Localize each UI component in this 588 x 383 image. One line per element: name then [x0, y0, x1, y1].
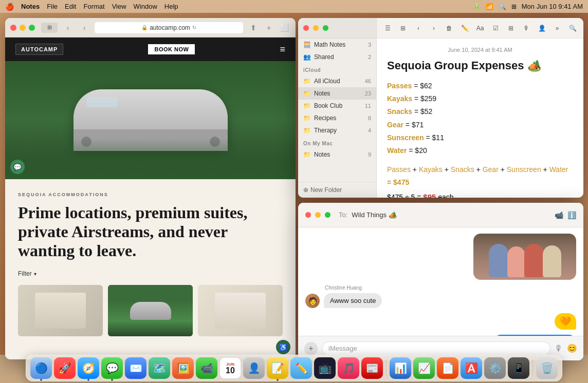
- menubar-file[interactable]: File: [47, 3, 58, 10]
- notes-audio-button[interactable]: 🎙: [520, 23, 533, 34]
- messages-minimize-button[interactable]: [315, 212, 321, 218]
- menubar-edit[interactable]: Edit: [65, 3, 76, 10]
- dock-safari[interactable]: 🧭: [78, 357, 99, 379]
- search-icon[interactable]: 🔍: [499, 3, 506, 10]
- notes-search-button[interactable]: 🔍: [566, 23, 579, 34]
- messages-window: To: Wild Things 🏕️ 📹 ℹ️: [298, 203, 583, 360]
- notes-title: Sequoia Group Expenses 🏕️: [387, 59, 573, 72]
- address-bar[interactable]: 🔒 autocamp.com ↻: [95, 22, 243, 33]
- apple-menu[interactable]: 🍎: [5, 3, 14, 11]
- notes-table-button[interactable]: ⊞: [504, 23, 518, 34]
- sent-emoji-bubble: 🧡: [555, 313, 576, 330]
- notes-folder-count: 23: [365, 90, 371, 97]
- dock-messages[interactable]: 💬: [101, 357, 123, 379]
- sent-emoji-message: 🧡: [305, 313, 576, 330]
- dock-tv[interactable]: 📺: [314, 357, 336, 379]
- thumbnail-3[interactable]: [198, 285, 283, 336]
- messages-close-button[interactable]: [305, 212, 311, 218]
- menubar-help[interactable]: Help: [164, 3, 178, 10]
- notes-delete-button[interactable]: 🗑: [443, 23, 456, 34]
- messages-facetime-button[interactable]: 📹: [555, 211, 563, 219]
- recipes-folder[interactable]: 📁 Recipes 8: [298, 112, 376, 124]
- notes-forward-button[interactable]: ›: [427, 23, 440, 34]
- dock-mail[interactable]: ✉️: [125, 357, 146, 379]
- menubar-app-name[interactable]: Notes: [21, 3, 40, 10]
- notes-grid-view-button[interactable]: ⊞: [396, 23, 410, 34]
- notes-text-format-button[interactable]: Aa: [473, 23, 487, 34]
- layout-button[interactable]: ⊞: [41, 23, 58, 33]
- passes-amount: $62: [420, 82, 432, 90]
- dock-calendar[interactable]: JUN 10: [219, 357, 241, 379]
- notes-math-notes[interactable]: 🧮 Math Notes 3: [298, 39, 376, 51]
- notes-maximize-button[interactable]: [323, 25, 328, 31]
- on-my-mac-notes[interactable]: 📁 Notes 9: [298, 148, 376, 161]
- notes-back-button[interactable]: ‹: [412, 23, 425, 34]
- menubar-window[interactable]: Window: [134, 3, 157, 10]
- messages-info-button[interactable]: ℹ️: [567, 211, 576, 219]
- thumbnail-2[interactable]: [108, 285, 193, 336]
- recipes-icon: 📁: [303, 114, 311, 122]
- audio-input-icon[interactable]: 🎙: [555, 344, 563, 353]
- new-folder-button[interactable]: ⊕ New Folder: [298, 182, 376, 198]
- dock-launchpad[interactable]: 🚀: [54, 357, 76, 379]
- notes-body: Passes = $62 Kayaks = $259 Snacks = $52 …: [387, 80, 573, 157]
- dock-system-preferences[interactable]: ⚙️: [484, 357, 506, 379]
- notes-checklist-button[interactable]: ☑: [489, 23, 502, 34]
- dock-trash[interactable]: 🗑️: [536, 357, 558, 379]
- maximize-button[interactable]: [29, 25, 35, 31]
- notes-account-button[interactable]: 👤: [535, 23, 548, 34]
- dock-news[interactable]: 📰: [361, 357, 383, 379]
- imessage-input[interactable]: iMessage: [322, 341, 550, 356]
- thumbnail-1[interactable]: [18, 285, 103, 336]
- notes-compose-button[interactable]: ✏️: [458, 23, 471, 34]
- dock-numbers[interactable]: 📈: [413, 357, 435, 379]
- close-button[interactable]: [10, 25, 16, 31]
- traffic-lights: [10, 25, 35, 31]
- notes-all-icloud[interactable]: 📁 All iCloud 46: [298, 75, 376, 87]
- notes-minimize-button[interactable]: [313, 25, 319, 31]
- notes-content: June 10, 2024 at 9:41 AM Sequoia Group E…: [377, 39, 583, 198]
- dock-pages[interactable]: 📄: [437, 357, 458, 379]
- kayaks-label: Kayaks: [387, 94, 412, 103]
- book-now-button[interactable]: BOOK NOW: [148, 44, 195, 54]
- notes-folder[interactable]: 📁 Notes 23: [298, 87, 376, 100]
- dock-notes[interactable]: 📝: [267, 357, 288, 379]
- menubar-format[interactable]: Format: [83, 3, 104, 10]
- filter-arrow[interactable]: ▾: [34, 271, 36, 277]
- reload-icon[interactable]: ↻: [192, 25, 196, 30]
- dock-keynote[interactable]: 📊: [390, 357, 411, 379]
- notes-more-button[interactable]: »: [550, 23, 564, 34]
- therapy-folder[interactable]: 📁 Therapy 4: [298, 124, 376, 137]
- accessibility-button[interactable]: ♿: [276, 340, 290, 354]
- notes-sidebar: 🧮 Math Notes 3 👥 Shared 2 iCloud 📁 All i…: [298, 18, 377, 198]
- back-button[interactable]: ‹: [62, 23, 74, 33]
- new-tab-button[interactable]: +: [263, 23, 275, 33]
- pages-icon: 📄: [442, 362, 454, 374]
- dock-facetime[interactable]: 📹: [196, 357, 217, 379]
- emoji-icon[interactable]: 😊: [567, 343, 577, 353]
- dock-finder[interactable]: 🔵: [30, 357, 52, 379]
- snacks-label: Snacks: [387, 107, 412, 116]
- dock-contacts[interactable]: 👤: [243, 357, 265, 379]
- notes-shared[interactable]: 👥 Shared 2: [298, 51, 376, 63]
- chat-button[interactable]: 💬: [10, 160, 25, 174]
- downloads-button[interactable]: ⬜: [278, 23, 290, 33]
- dock-photos[interactable]: 🖼️: [172, 357, 194, 379]
- forward-button[interactable]: ›: [78, 23, 90, 33]
- notes-list-view-button[interactable]: ☰: [381, 23, 394, 34]
- dock-appstore[interactable]: 🅰️: [461, 357, 482, 379]
- hamburger-menu[interactable]: ≡: [280, 44, 285, 55]
- filter-text[interactable]: Filter: [18, 270, 32, 277]
- share-button[interactable]: ⬆: [247, 23, 260, 33]
- book-club-folder[interactable]: 📁 Book Club 11: [298, 100, 376, 112]
- dock-iphone-mirror[interactable]: 📱: [508, 357, 529, 379]
- minimize-button[interactable]: [20, 25, 26, 31]
- dock-music[interactable]: 🎵: [338, 357, 359, 379]
- notes-close-button[interactable]: [303, 25, 309, 31]
- dock-maps[interactable]: 🗺️: [149, 357, 170, 379]
- messages-maximize-button[interactable]: [325, 212, 330, 218]
- messages-add-button[interactable]: +: [304, 342, 318, 355]
- control-center-icon[interactable]: ⊞: [511, 3, 517, 10]
- menubar-view[interactable]: View: [112, 3, 126, 10]
- dock-freeform[interactable]: ✏️: [290, 357, 312, 379]
